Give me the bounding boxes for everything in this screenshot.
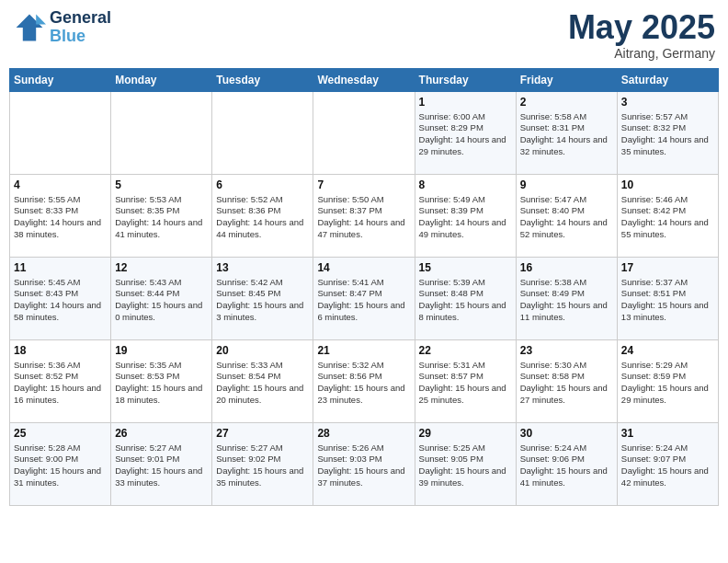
calendar-cell: [313, 91, 415, 174]
day-number: 1: [419, 96, 512, 109]
day-info: Sunrise: 5:27 AMSunset: 9:02 PMDaylight:…: [216, 442, 309, 489]
day-number: 9: [520, 178, 613, 191]
calendar-cell: 7Sunrise: 5:50 AMSunset: 8:37 PMDaylight…: [313, 174, 415, 257]
day-number: 6: [216, 178, 309, 191]
calendar-cell: [10, 91, 111, 174]
title-block: May 2025 Aitrang, Germany: [568, 9, 715, 61]
calendar-cell: [111, 91, 212, 174]
calendar-cell: 10Sunrise: 5:46 AMSunset: 8:42 PMDayligh…: [617, 174, 718, 257]
day-number: 20: [216, 344, 309, 357]
logo-text: General Blue: [50, 9, 111, 46]
page-header: General Blue May 2025 Aitrang, Germany: [9, 9, 719, 61]
calendar-cell: 24Sunrise: 5:29 AMSunset: 8:59 PMDayligh…: [617, 339, 718, 422]
day-number: 13: [216, 261, 309, 274]
weekday-header-wednesday: Wednesday: [313, 68, 415, 91]
calendar-cell: 5Sunrise: 5:53 AMSunset: 8:35 PMDaylight…: [111, 174, 212, 257]
day-number: 23: [520, 344, 613, 357]
weekday-header-tuesday: Tuesday: [212, 68, 313, 91]
calendar-cell: 11Sunrise: 5:45 AMSunset: 8:43 PMDayligh…: [10, 257, 111, 339]
logo: General Blue: [13, 9, 111, 46]
day-info: Sunrise: 5:30 AMSunset: 8:58 PMDaylight:…: [520, 360, 613, 407]
calendar-cell: 16Sunrise: 5:38 AMSunset: 8:49 PMDayligh…: [516, 257, 617, 339]
day-info: Sunrise: 5:39 AMSunset: 8:48 PMDaylight:…: [419, 277, 512, 324]
calendar-cell: 6Sunrise: 5:52 AMSunset: 8:36 PMDaylight…: [212, 174, 313, 257]
calendar-cell: 13Sunrise: 5:42 AMSunset: 8:45 PMDayligh…: [212, 257, 313, 339]
day-number: 14: [317, 261, 410, 274]
calendar-cell: [212, 91, 313, 174]
calendar-week-1: 1Sunrise: 6:00 AMSunset: 8:29 PMDaylight…: [10, 91, 719, 174]
day-info: Sunrise: 5:41 AMSunset: 8:47 PMDaylight:…: [317, 277, 410, 324]
day-info: Sunrise: 5:26 AMSunset: 9:03 PMDaylight:…: [317, 442, 410, 489]
calendar-cell: 4Sunrise: 5:55 AMSunset: 8:33 PMDaylight…: [10, 174, 111, 257]
day-info: Sunrise: 5:55 AMSunset: 8:33 PMDaylight:…: [14, 194, 107, 241]
day-info: Sunrise: 5:38 AMSunset: 8:49 PMDaylight:…: [520, 277, 613, 324]
calendar-cell: 28Sunrise: 5:26 AMSunset: 9:03 PMDayligh…: [313, 422, 415, 505]
calendar-body: 1Sunrise: 6:00 AMSunset: 8:29 PMDaylight…: [10, 91, 719, 505]
day-number: 3: [621, 96, 714, 109]
day-info: Sunrise: 5:29 AMSunset: 8:59 PMDaylight:…: [621, 360, 714, 407]
calendar-cell: 2Sunrise: 5:58 AMSunset: 8:31 PMDaylight…: [516, 91, 617, 174]
day-info: Sunrise: 5:25 AMSunset: 9:05 PMDaylight:…: [419, 442, 512, 489]
day-info: Sunrise: 5:49 AMSunset: 8:39 PMDaylight:…: [419, 194, 512, 241]
weekday-header-monday: Monday: [111, 68, 212, 91]
calendar-cell: 17Sunrise: 5:37 AMSunset: 8:51 PMDayligh…: [617, 257, 718, 339]
day-info: Sunrise: 5:42 AMSunset: 8:45 PMDaylight:…: [216, 277, 309, 324]
day-info: Sunrise: 5:32 AMSunset: 8:56 PMDaylight:…: [317, 360, 410, 407]
calendar-cell: 15Sunrise: 5:39 AMSunset: 8:48 PMDayligh…: [415, 257, 516, 339]
day-number: 31: [621, 427, 714, 440]
calendar-cell: 25Sunrise: 5:28 AMSunset: 9:00 PMDayligh…: [10, 422, 111, 505]
day-info: Sunrise: 5:47 AMSunset: 8:40 PMDaylight:…: [520, 194, 613, 241]
calendar-cell: 26Sunrise: 5:27 AMSunset: 9:01 PMDayligh…: [111, 422, 212, 505]
day-info: Sunrise: 5:28 AMSunset: 9:00 PMDaylight:…: [14, 442, 107, 489]
calendar-cell: 31Sunrise: 5:24 AMSunset: 9:07 PMDayligh…: [617, 422, 718, 505]
day-number: 15: [419, 261, 512, 274]
day-number: 26: [115, 427, 208, 440]
day-number: 11: [14, 261, 107, 274]
calendar-cell: 29Sunrise: 5:25 AMSunset: 9:05 PMDayligh…: [415, 422, 516, 505]
calendar-header: SundayMondayTuesdayWednesdayThursdayFrid…: [10, 68, 719, 91]
day-number: 18: [14, 344, 107, 357]
day-info: Sunrise: 5:52 AMSunset: 8:36 PMDaylight:…: [216, 194, 309, 241]
day-number: 4: [14, 178, 107, 191]
day-number: 28: [317, 427, 410, 440]
calendar-cell: 20Sunrise: 5:33 AMSunset: 8:54 PMDayligh…: [212, 339, 313, 422]
weekday-row: SundayMondayTuesdayWednesdayThursdayFrid…: [10, 68, 719, 91]
calendar-cell: 9Sunrise: 5:47 AMSunset: 8:40 PMDaylight…: [516, 174, 617, 257]
calendar-week-3: 11Sunrise: 5:45 AMSunset: 8:43 PMDayligh…: [10, 257, 719, 339]
calendar-cell: 23Sunrise: 5:30 AMSunset: 8:58 PMDayligh…: [516, 339, 617, 422]
day-info: Sunrise: 5:53 AMSunset: 8:35 PMDaylight:…: [115, 194, 208, 241]
day-info: Sunrise: 5:33 AMSunset: 8:54 PMDaylight:…: [216, 360, 309, 407]
day-info: Sunrise: 5:57 AMSunset: 8:32 PMDaylight:…: [621, 111, 714, 158]
day-number: 2: [520, 96, 613, 109]
day-info: Sunrise: 5:27 AMSunset: 9:01 PMDaylight:…: [115, 442, 208, 489]
day-info: Sunrise: 5:46 AMSunset: 8:42 PMDaylight:…: [621, 194, 714, 241]
calendar-cell: 30Sunrise: 5:24 AMSunset: 9:06 PMDayligh…: [516, 422, 617, 505]
day-info: Sunrise: 6:00 AMSunset: 8:29 PMDaylight:…: [419, 111, 512, 158]
weekday-header-sunday: Sunday: [10, 68, 111, 91]
calendar-cell: 19Sunrise: 5:35 AMSunset: 8:53 PMDayligh…: [111, 339, 212, 422]
calendar-cell: 1Sunrise: 6:00 AMSunset: 8:29 PMDaylight…: [415, 91, 516, 174]
calendar-location: Aitrang, Germany: [568, 46, 715, 61]
day-number: 12: [115, 261, 208, 274]
day-info: Sunrise: 5:37 AMSunset: 8:51 PMDaylight:…: [621, 277, 714, 324]
day-info: Sunrise: 5:24 AMSunset: 9:06 PMDaylight:…: [520, 442, 613, 489]
calendar-cell: 8Sunrise: 5:49 AMSunset: 8:39 PMDaylight…: [415, 174, 516, 257]
weekday-header-saturday: Saturday: [617, 68, 718, 91]
weekday-header-friday: Friday: [516, 68, 617, 91]
day-number: 5: [115, 178, 208, 191]
calendar-title: May 2025: [568, 9, 715, 46]
svg-marker-1: [36, 14, 46, 24]
day-number: 19: [115, 344, 208, 357]
day-number: 7: [317, 178, 410, 191]
calendar-cell: 12Sunrise: 5:43 AMSunset: 8:44 PMDayligh…: [111, 257, 212, 339]
day-number: 17: [621, 261, 714, 274]
day-number: 21: [317, 344, 410, 357]
day-number: 25: [14, 427, 107, 440]
day-number: 24: [621, 344, 714, 357]
day-info: Sunrise: 5:58 AMSunset: 8:31 PMDaylight:…: [520, 111, 613, 158]
day-number: 29: [419, 427, 512, 440]
day-number: 16: [520, 261, 613, 274]
day-number: 10: [621, 178, 714, 191]
day-info: Sunrise: 5:35 AMSunset: 8:53 PMDaylight:…: [115, 360, 208, 407]
day-info: Sunrise: 5:36 AMSunset: 8:52 PMDaylight:…: [14, 360, 107, 407]
